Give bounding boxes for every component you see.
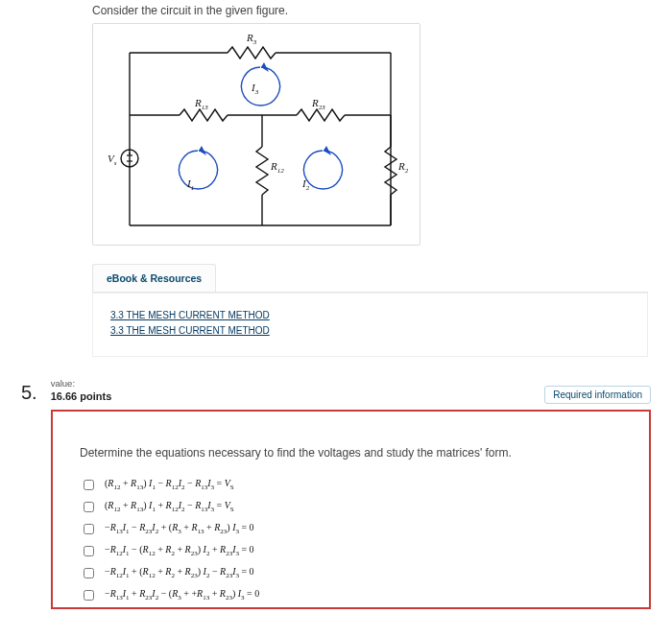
option-text-3: −R12I1 − (R12 + R2 + R23) I2 + R23I3 = 0 bbox=[105, 544, 254, 557]
question-number: 5. bbox=[21, 382, 37, 404]
option-3[interactable]: −R12I1 − (R12 + R2 + R23) I2 + R23I3 = 0 bbox=[80, 543, 622, 559]
options-list: (R12 + R13) I1 − R12I2 − R13I3 = VS (R12… bbox=[80, 477, 622, 603]
q5-prompt: Determine the equations necessary to fin… bbox=[80, 446, 622, 460]
circuit-figure: R3 R13 R23 R12 R2 Vs I3 I1 I2 bbox=[92, 23, 420, 246]
option-1[interactable]: (R12 + R13) I1 + R12I2 − R13I3 = VS bbox=[80, 499, 622, 515]
label-R3: R3 bbox=[246, 32, 257, 46]
checkbox-2[interactable] bbox=[84, 524, 94, 534]
label-I3: I3 bbox=[251, 82, 259, 96]
svg-marker-17 bbox=[199, 146, 206, 155]
reference-link-1[interactable]: 3.3 THE MESH CURRENT METHOD bbox=[110, 325, 630, 336]
option-text-4: −R12I1 + (R12 + R2 + R23) I2 − R23I3 = 0 bbox=[105, 566, 254, 579]
required-information-button[interactable]: Required information bbox=[544, 386, 651, 404]
option-5[interactable]: −R13I1 + R23I2 − (R3 + +R13 + R23) I3 = … bbox=[80, 587, 622, 603]
value-label: value: bbox=[51, 378, 112, 389]
checkbox-0[interactable] bbox=[84, 480, 94, 490]
option-text-1: (R12 + R13) I1 + R12I2 − R13I3 = VS bbox=[105, 500, 234, 513]
label-R2: R2 bbox=[397, 160, 409, 175]
checkbox-5[interactable] bbox=[84, 590, 94, 601]
option-text-0: (R12 + R13) I1 − R12I2 − R13I3 = VS bbox=[105, 478, 234, 491]
reference-link-0[interactable]: 3.3 THE MESH CURRENT METHOD bbox=[110, 310, 630, 320]
value-block: value: 16.66 points bbox=[51, 378, 112, 404]
label-R13: R13 bbox=[194, 97, 208, 111]
label-R23: R23 bbox=[311, 97, 325, 111]
option-2[interactable]: −R13I1 − R23I2 + (R3 + R13 + R23) I3 = 0 bbox=[80, 521, 622, 537]
label-I2: I2 bbox=[301, 177, 310, 192]
references-box: 3.3 THE MESH CURRENT METHOD 3.3 THE MESH… bbox=[92, 293, 648, 357]
q4-prompt: Consider the circuit in the given figure… bbox=[92, 4, 648, 17]
checkbox-3[interactable] bbox=[84, 546, 94, 556]
option-text-5: −R13I1 + R23I2 − (R3 + +R13 + R23) I3 = … bbox=[105, 588, 259, 602]
points-label: 16.66 points bbox=[51, 389, 112, 403]
checkbox-4[interactable] bbox=[84, 568, 94, 578]
option-0[interactable]: (R12 + R13) I1 − R12I2 − R13I3 = VS bbox=[80, 477, 622, 493]
option-4[interactable]: −R12I1 + (R12 + R2 + R23) I2 − R23I3 = 0 bbox=[80, 565, 622, 581]
label-Vs: Vs bbox=[108, 153, 117, 167]
option-text-2: −R13I1 − R23I2 + (R3 + R13 + R23) I3 = 0 bbox=[105, 522, 254, 535]
label-I1: I1 bbox=[186, 177, 194, 192]
question-body: Determine the equations necessary to fin… bbox=[51, 410, 651, 609]
tab-ebook-resources[interactable]: eBook & Resources bbox=[92, 264, 216, 292]
resources-tabbar: eBook & Resources bbox=[92, 263, 648, 293]
svg-marker-18 bbox=[324, 146, 331, 155]
checkbox-1[interactable] bbox=[84, 502, 94, 512]
label-R12: R12 bbox=[270, 160, 284, 175]
svg-marker-16 bbox=[261, 62, 269, 72]
